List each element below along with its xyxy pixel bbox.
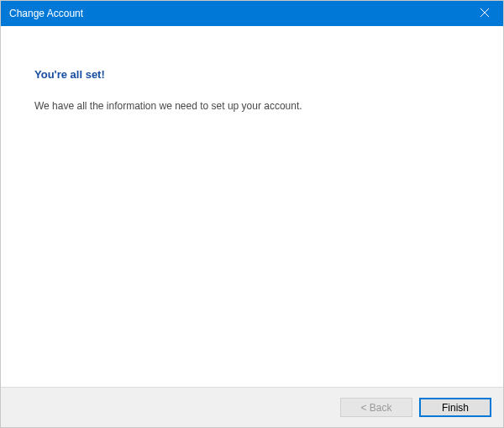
page-description: We have all the information we need to s…	[34, 99, 470, 114]
close-icon	[480, 8, 489, 19]
close-button[interactable]	[465, 1, 503, 26]
content-area: You're all set! We have all the informat…	[1, 26, 503, 387]
page-heading: You're all set!	[34, 68, 470, 81]
titlebar: Change Account	[1, 1, 503, 26]
finish-button[interactable]: Finish	[419, 398, 491, 417]
footer-bar: < Back Finish	[1, 387, 503, 427]
back-button: < Back	[340, 398, 412, 417]
window-title: Change Account	[9, 8, 83, 19]
